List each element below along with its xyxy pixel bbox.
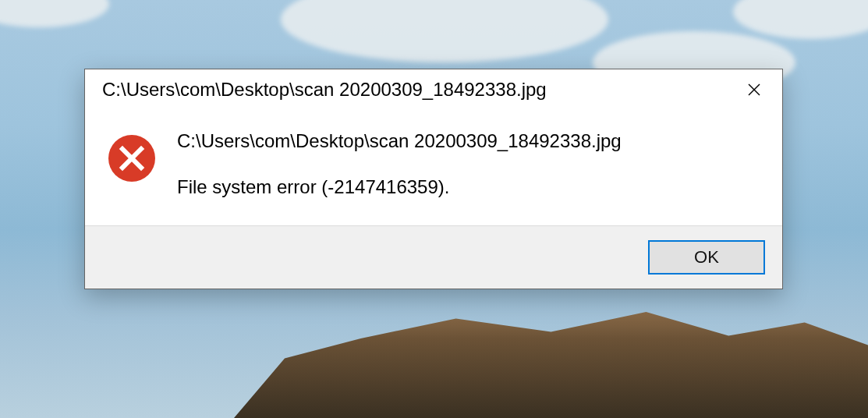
- cloud-decor: [0, 0, 109, 27]
- rock-decor: [234, 285, 868, 418]
- error-dialog: C:\Users\com\Desktop\scan 20200309_18492…: [84, 69, 783, 289]
- message-path: C:\Users\com\Desktop\scan 20200309_18492…: [177, 130, 622, 153]
- ok-button[interactable]: OK: [648, 240, 765, 275]
- dialog-footer: OK: [85, 225, 782, 289]
- dialog-title: C:\Users\com\Desktop\scan 20200309_18492…: [102, 79, 547, 101]
- cloud-decor: [733, 0, 868, 39]
- cloud-decor: [281, 0, 608, 62]
- close-icon: [747, 83, 761, 97]
- close-button[interactable]: [737, 77, 771, 102]
- error-icon: [107, 133, 157, 183]
- dialog-message: C:\Users\com\Desktop\scan 20200309_18492…: [177, 130, 622, 199]
- titlebar: C:\Users\com\Desktop\scan 20200309_18492…: [85, 69, 782, 108]
- dialog-content: C:\Users\com\Desktop\scan 20200309_18492…: [85, 108, 782, 225]
- message-error: File system error (-2147416359).: [177, 176, 622, 199]
